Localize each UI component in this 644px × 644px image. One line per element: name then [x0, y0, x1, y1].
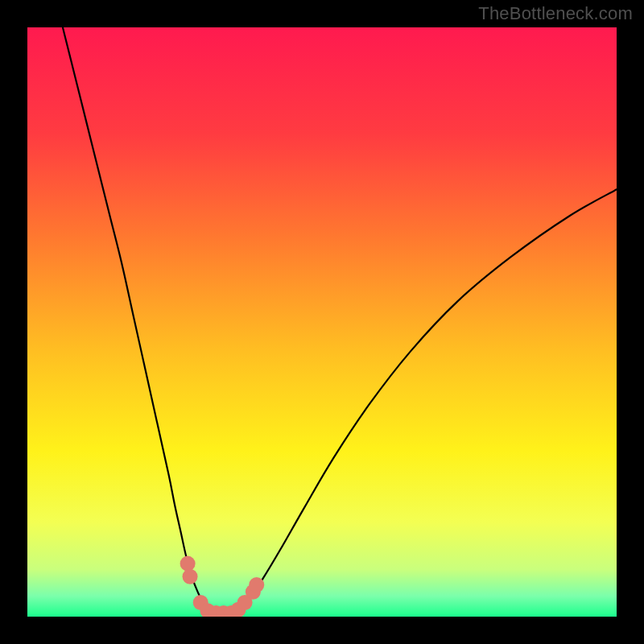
- watermark-text: TheBottleneck.com: [478, 3, 633, 24]
- highlight-dot: [249, 577, 264, 592]
- highlight-dot: [180, 556, 196, 572]
- highlight-dot: [183, 569, 198, 584]
- chart-background: [27, 27, 617, 617]
- plot-area: [27, 27, 617, 617]
- chart-svg: [27, 27, 617, 617]
- chart-frame: TheBottleneck.com: [0, 0, 644, 644]
